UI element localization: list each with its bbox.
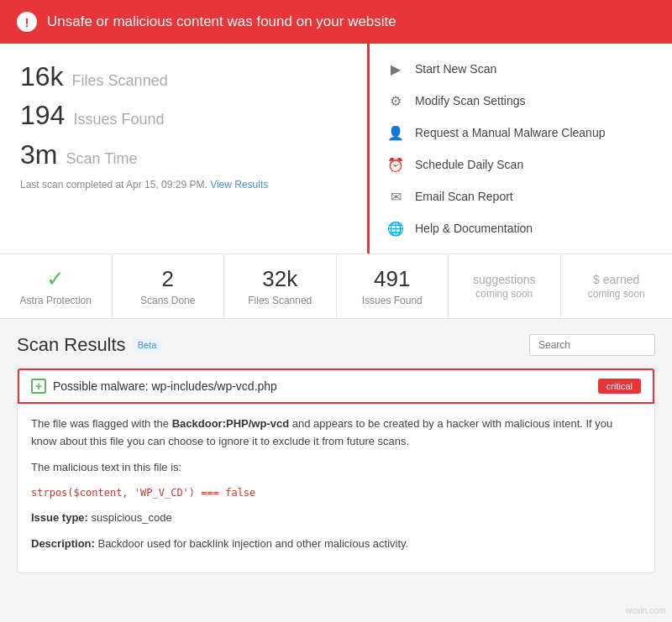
action-item-email-report[interactable]: ✉Email Scan Report bbox=[386, 183, 655, 210]
watermark: woxin.com bbox=[626, 606, 665, 615]
email-report-icon: ✉ bbox=[386, 187, 405, 206]
start-scan-icon: ▶ bbox=[386, 60, 405, 78]
summary-item-earned: $ earnedcoming soon bbox=[561, 254, 673, 318]
files-scanned-label: Files Scanned bbox=[72, 72, 168, 90]
manual-cleanup-label: Request a Manual Malware Cleanup bbox=[415, 126, 605, 139]
manual-cleanup-icon: 👤 bbox=[386, 123, 405, 142]
summary-item-astra-protection: ✓Astra Protection bbox=[0, 254, 113, 318]
help-docs-icon: 🌐 bbox=[386, 219, 405, 238]
scan-results-heading: Scan Results bbox=[17, 334, 126, 356]
beta-badge: Beta bbox=[133, 338, 162, 352]
malicious-text-label: The malicious text in this file is: bbox=[31, 459, 641, 477]
action-item-modify-settings[interactable]: ⚙Modify Scan Settings bbox=[386, 87, 655, 114]
description-line: Description: Backdoor used for backlink … bbox=[31, 536, 641, 553]
start-scan-label: Start New Scan bbox=[415, 62, 496, 76]
summary-check-icon: ✓ bbox=[46, 266, 65, 292]
alert-banner: Unsafe or malicious content was found on… bbox=[0, 0, 672, 44]
result-card: + Possible malware: wp-includes/wp-vcd.p… bbox=[17, 368, 655, 573]
stats-panel: 16k Files Scanned 194 Issues Found 3m Sc… bbox=[0, 44, 672, 254]
issue-type-value: suspicious_code bbox=[92, 511, 172, 524]
result-title: + Possible malware: wp-includes/wp-vcd.p… bbox=[31, 379, 277, 394]
schedule-scan-icon: ⏰ bbox=[386, 155, 405, 174]
scan-results-section: Scan Results Beta + Possible malware: wp… bbox=[0, 319, 672, 583]
issue-type-label: Issue type: bbox=[31, 511, 92, 524]
summary-value-issues-found: 491 bbox=[374, 266, 410, 292]
alert-text: Unsafe or malicious content was found on… bbox=[47, 13, 396, 30]
issues-found-label: Issues Found bbox=[73, 111, 164, 128]
malicious-code: strpos($content, 'WP_V_CD') === false bbox=[31, 485, 641, 501]
critical-badge: critical bbox=[598, 379, 641, 394]
schedule-scan-label: Schedule Daily Scan bbox=[415, 158, 523, 171]
summary-item-issues-found: 491Issues Found bbox=[337, 254, 449, 318]
summary-label-files-scanned: Files Scanned bbox=[248, 295, 312, 306]
action-item-start-scan[interactable]: ▶Start New Scan bbox=[386, 55, 655, 82]
scan-time-label: Scan Time bbox=[66, 150, 137, 168]
actions-panel: ▶Start New Scan⚙Modify Scan Settings👤Req… bbox=[370, 44, 672, 254]
modify-settings-label: Modify Scan Settings bbox=[415, 94, 526, 107]
files-scanned-number: 16k bbox=[20, 60, 64, 92]
alert-icon bbox=[17, 12, 37, 32]
scan-results-header: Scan Results Beta bbox=[17, 334, 655, 356]
summary-coming-suggestions: coming soon bbox=[475, 288, 533, 300]
summary-bar: ✓Astra Protection2Scans Done32kFiles Sca… bbox=[0, 254, 672, 319]
summary-item-files-scanned: 32kFiles Scanned bbox=[224, 254, 337, 318]
description-value: Backdoor used for backlink injection and… bbox=[97, 537, 408, 550]
issues-found-row: 194 Issues Found bbox=[20, 99, 347, 131]
summary-item-suggestions: suggestionscoming soon bbox=[449, 254, 561, 318]
issue-type-line: Issue type: suspicious_code bbox=[31, 510, 641, 527]
summary-value-scans-done: 2 bbox=[162, 266, 174, 292]
summary-value-files-scanned: 32k bbox=[262, 266, 297, 292]
summary-label-scans-done: Scans Done bbox=[140, 295, 195, 306]
action-item-help-docs[interactable]: 🌐Help & Documentation bbox=[386, 215, 655, 242]
result-title-text: Possible malware: wp-includes/wp-vcd.php bbox=[53, 379, 277, 393]
summary-label-astra-protection: Astra Protection bbox=[20, 295, 92, 306]
help-docs-label: Help & Documentation bbox=[415, 222, 533, 235]
result-body: The file was flagged with the Backdoor:P… bbox=[18, 404, 654, 572]
malware-name: Backdoor:PHP/wp-vcd bbox=[172, 417, 289, 430]
stats-left: 16k Files Scanned 194 Issues Found 3m Sc… bbox=[0, 44, 370, 254]
scan-time-row: 3m Scan Time bbox=[20, 139, 347, 170]
files-scanned-row: 16k Files Scanned bbox=[20, 60, 347, 92]
action-item-schedule-scan[interactable]: ⏰Schedule Daily Scan bbox=[386, 151, 655, 178]
summary-label-issues-found: Issues Found bbox=[362, 295, 423, 306]
summary-value-earned: $ earned bbox=[593, 273, 639, 287]
last-scan-info: Last scan completed at Apr 15, 09:29 PM.… bbox=[20, 179, 347, 191]
summary-coming-earned: coming soon bbox=[588, 288, 645, 300]
email-report-label: Email Scan Report bbox=[415, 190, 513, 203]
last-scan-text: Last scan completed at Apr 15, 09:29 PM. bbox=[20, 179, 207, 191]
description-label: Description: bbox=[31, 537, 97, 550]
plus-icon: + bbox=[31, 379, 46, 394]
summary-item-scans-done: 2Scans Done bbox=[113, 254, 225, 318]
result-description: The file was flagged with the Backdoor:P… bbox=[31, 416, 641, 451]
view-results-link[interactable]: View Results bbox=[210, 179, 268, 191]
modify-settings-icon: ⚙ bbox=[386, 91, 405, 110]
search-input[interactable] bbox=[529, 334, 655, 356]
scan-time-number: 3m bbox=[20, 139, 57, 170]
action-item-manual-cleanup[interactable]: 👤Request a Manual Malware Cleanup bbox=[386, 119, 655, 146]
issues-found-number: 194 bbox=[20, 99, 65, 131]
summary-value-suggestions: suggestions bbox=[473, 273, 536, 287]
result-header: + Possible malware: wp-includes/wp-vcd.p… bbox=[18, 368, 654, 404]
scan-results-title: Scan Results Beta bbox=[17, 334, 161, 356]
